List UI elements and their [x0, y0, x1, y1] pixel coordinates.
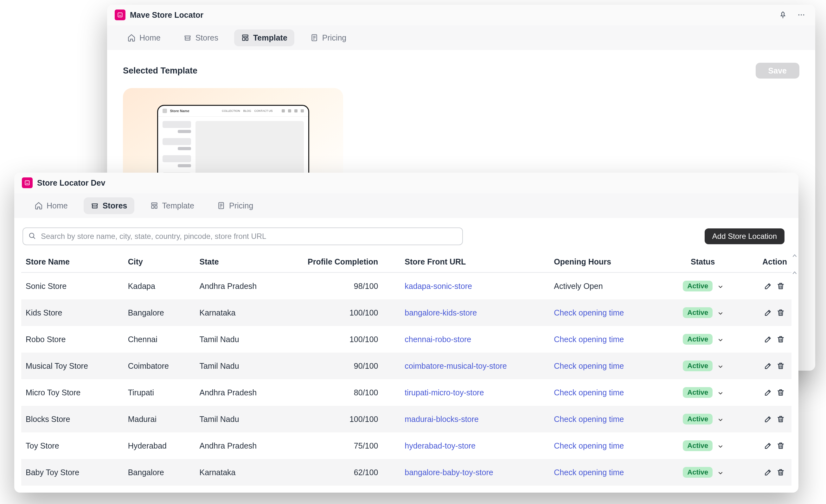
edit-button[interactable]: [762, 333, 774, 345]
svg-rect-7: [242, 38, 245, 41]
svg-point-5: [803, 14, 804, 15]
cell-url: mysuru-deddy-store: [382, 486, 549, 493]
check-opening-time-link[interactable]: Check opening time: [554, 441, 624, 450]
search-input[interactable]: [22, 228, 463, 245]
edit-button[interactable]: [762, 439, 774, 452]
table-row: Sonic StoreKadapaAndhra Pradesh98/100kad…: [21, 272, 791, 299]
cell-store-name: Baby Toy Store: [21, 459, 124, 486]
delete-button[interactable]: [774, 386, 787, 399]
store-front-url-link[interactable]: bangalore-baby-toy-store: [405, 468, 493, 477]
cell-city: Bangalore: [124, 459, 195, 486]
check-opening-time-link[interactable]: Check opening time: [554, 468, 624, 477]
status-dropdown[interactable]: [718, 312, 723, 315]
status-badge: Active: [683, 361, 713, 371]
cell-profile-completion: 62/100: [297, 459, 382, 486]
status-dropdown[interactable]: [718, 338, 723, 341]
tab-home[interactable]: Home: [120, 29, 168, 46]
tab-pricing[interactable]: Pricing: [303, 29, 353, 46]
status-dropdown[interactable]: [718, 471, 723, 475]
check-opening-time-link[interactable]: Check opening time: [554, 388, 624, 397]
store-front-url-link[interactable]: chennai-robo-store: [405, 335, 471, 344]
preview-nav: BLOG: [243, 109, 251, 113]
edit-button[interactable]: [762, 413, 774, 426]
add-store-button[interactable]: Add Store Location: [705, 229, 784, 244]
cell-store-name: Deddy Store: [21, 486, 124, 493]
cell-city: Bangalore: [124, 299, 195, 326]
save-button[interactable]: Save: [756, 63, 800, 78]
window-header: Mave Store Locator: [107, 5, 815, 25]
cell-status: Active: [665, 459, 741, 486]
check-opening-time-link[interactable]: Check opening time: [554, 335, 624, 344]
edit-button[interactable]: [762, 280, 774, 293]
store-front-url-link[interactable]: coimbatore-musical-toy-store: [405, 362, 507, 370]
cell-status: Active: [665, 272, 741, 299]
tab-label: Stores: [103, 201, 127, 210]
chevron-up-icon[interactable]: [793, 254, 796, 257]
svg-rect-0: [118, 13, 122, 17]
cell-state: Tamil Nadu: [195, 326, 297, 353]
delete-button[interactable]: [774, 360, 787, 372]
pricing-icon: [310, 34, 318, 42]
status-dropdown[interactable]: [718, 285, 723, 288]
app-logo-icon: [115, 9, 125, 20]
store-front-url-link[interactable]: madurai-blocks-store: [405, 415, 478, 424]
check-opening-time-link[interactable]: Check opening time: [554, 362, 624, 370]
cell-state: Karnataka: [195, 459, 297, 486]
delete-button[interactable]: [774, 413, 787, 426]
delete-button[interactable]: [774, 439, 787, 452]
status-dropdown[interactable]: [718, 445, 723, 448]
store-front-url-link[interactable]: tirupati-micro-toy-store: [405, 388, 484, 397]
status-dropdown[interactable]: [718, 365, 723, 368]
home-icon: [127, 34, 136, 42]
status-dropdown[interactable]: [718, 391, 723, 395]
cell-opening-hours: Actively Open: [549, 272, 665, 299]
check-opening-time-link[interactable]: Check opening time: [554, 308, 624, 317]
delete-button[interactable]: [774, 333, 787, 345]
delete-button[interactable]: [774, 280, 787, 293]
status-dropdown[interactable]: [718, 418, 723, 421]
store-front-url-link[interactable]: kadapa-sonic-store: [405, 281, 472, 291]
preview-logo-icon: [163, 109, 167, 113]
cell-opening-hours: Check opening time: [549, 353, 665, 379]
delete-button[interactable]: [774, 306, 787, 319]
store-front-url-link[interactable]: bangalore-kids-store: [405, 308, 477, 317]
svg-rect-8: [246, 38, 248, 41]
tab-template[interactable]: Template: [143, 197, 201, 214]
check-opening-time-link[interactable]: Check opening time: [554, 415, 624, 424]
tab-template[interactable]: Template: [234, 29, 294, 46]
tab-pricing[interactable]: Pricing: [210, 197, 260, 214]
store-front-url-link[interactable]: hyderabad-toy-store: [405, 441, 476, 450]
table-row: Toy StoreHyderabadAndhra Pradesh75/100hy…: [21, 432, 791, 459]
col-action: Action: [741, 252, 791, 272]
delete-button[interactable]: [774, 466, 787, 479]
edit-button[interactable]: [762, 306, 774, 319]
cell-state: Karnataka: [195, 299, 297, 326]
cell-status: Active: [665, 353, 741, 379]
col-city: City: [124, 252, 195, 272]
table-row: Kids StoreBangaloreKarnataka100/100banga…: [21, 299, 791, 326]
store-icon: [91, 201, 99, 210]
store-icon: [183, 34, 192, 42]
cell-city: Tirupati: [124, 379, 195, 406]
cell-url: hyderabad-toy-store: [382, 432, 549, 459]
tab-home[interactable]: Home: [27, 197, 75, 214]
more-icon[interactable]: [795, 9, 808, 21]
tab-stores[interactable]: Stores: [84, 197, 134, 214]
cell-profile-completion: 100/100: [297, 326, 382, 353]
status-badge: Active: [683, 281, 713, 292]
cell-action: [741, 326, 791, 353]
edit-button[interactable]: [762, 386, 774, 399]
tab-stores[interactable]: Stores: [176, 29, 225, 46]
edit-button[interactable]: [762, 360, 774, 372]
edit-button[interactable]: [762, 466, 774, 479]
col-status: Status: [665, 252, 741, 272]
cell-action: [741, 459, 791, 486]
cell-profile-completion: 98/100: [297, 272, 382, 299]
tab-label: Template: [253, 33, 287, 43]
pricing-icon: [217, 201, 225, 210]
scroll-indicators: [793, 254, 796, 274]
chevron-up-icon[interactable]: [793, 271, 796, 274]
cell-state: Andhra Pradesh: [195, 432, 297, 459]
cell-url: kadapa-sonic-store: [382, 272, 549, 299]
pin-icon[interactable]: [777, 9, 789, 21]
